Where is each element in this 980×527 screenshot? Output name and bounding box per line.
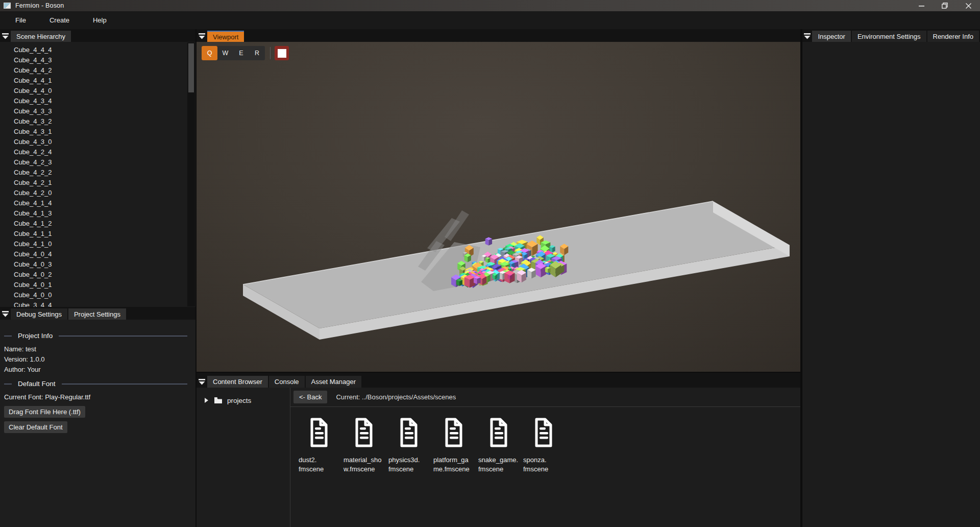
hierarchy-item[interactable]: Cube_4_2_4	[14, 147, 195, 157]
scene-file-label: platform_ga me.fmscene	[432, 456, 475, 474]
collapse-arrow-icon	[199, 379, 205, 385]
hierarchy-item[interactable]: Cube_4_2_2	[14, 167, 195, 178]
separator-line	[59, 336, 187, 337]
tab-inspector[interactable]: Inspector	[812, 31, 850, 42]
restore-button[interactable]	[933, 0, 957, 11]
hierarchy-item[interactable]: Cube_4_2_0	[14, 188, 195, 198]
separator-line	[62, 384, 187, 385]
scene-file-icon	[444, 418, 464, 447]
scene-file-label: dust2. fmscene	[298, 456, 340, 474]
tab-debug-settings[interactable]: Debug Settings	[11, 308, 67, 320]
viewport-3d-view[interactable]: Q W E R	[197, 42, 800, 372]
scene-file-icon	[533, 418, 554, 447]
menu-help[interactable]: Help	[93, 16, 107, 24]
hierarchy-item[interactable]: Cube_4_4_2	[14, 65, 195, 76]
hierarchy-item[interactable]: Cube_4_3_4	[14, 96, 195, 106]
hierarchy-item[interactable]: Cube_4_0_1	[14, 280, 195, 290]
hierarchy-item[interactable]: Cube_4_3_0	[14, 137, 195, 147]
window-controls	[910, 0, 980, 11]
hierarchy-item[interactable]: Cube_4_4_0	[14, 86, 195, 96]
hierarchy-item[interactable]: Cube_4_3_2	[14, 116, 195, 127]
scene-file-label: sponza. fmscene	[522, 456, 565, 474]
hierarchy-item[interactable]: Cube_4_3_1	[14, 127, 195, 137]
application-window: Fermion - Boson File Create Help	[0, 0, 980, 527]
scene-file[interactable]: physics3d. fmscene	[387, 418, 430, 474]
scrollbar-thumb[interactable]	[188, 43, 194, 92]
tree-item-projects[interactable]: projects	[197, 394, 290, 406]
hierarchy-item[interactable]: Cube_4_2_3	[14, 157, 195, 167]
tool-e-button[interactable]: E	[233, 46, 249, 60]
hierarchy-item[interactable]: Cube_4_1_4	[14, 198, 195, 208]
scene-file[interactable]: dust2. fmscene	[298, 418, 340, 474]
tab-scene-hierarchy[interactable]: Scene Hierarchy	[11, 31, 71, 42]
clear-font-button[interactable]: Clear Default Font	[4, 421, 67, 433]
hierarchy-item[interactable]: Cube_4_4_3	[14, 55, 195, 65]
tool-w-button[interactable]: W	[217, 46, 233, 60]
hierarchy-item[interactable]: Cube_4_1_2	[14, 219, 195, 229]
color-swatch-fill	[278, 49, 286, 58]
hierarchy-item[interactable]: Cube_4_4_4	[14, 45, 195, 55]
hierarchy-item[interactable]: Cube_4_3_3	[14, 106, 195, 116]
tool-q-button[interactable]: Q	[202, 46, 217, 60]
scene-file[interactable]: platform_ga me.fmscene	[432, 418, 475, 474]
hierarchy-item[interactable]: Cube_3_4_4	[14, 300, 195, 307]
minimize-icon	[919, 3, 924, 9]
collapse-button[interactable]	[0, 31, 11, 42]
back-button[interactable]: <- Back	[293, 391, 327, 403]
tab-environment-settings[interactable]: Environment Settings	[852, 31, 926, 42]
transform-tool-group: Q W E R	[202, 46, 265, 60]
project-version: Version: 1.0.0	[4, 354, 191, 365]
tool-r-button[interactable]: R	[249, 46, 265, 60]
tab-renderer-info[interactable]: Renderer Info	[927, 31, 979, 42]
viewport-panel: Viewport Q W E R	[197, 29, 800, 372]
scene-file-icon	[309, 418, 329, 447]
menu-file[interactable]: File	[15, 16, 26, 24]
color-swatch-button[interactable]	[275, 46, 289, 60]
separator-dash	[4, 384, 12, 385]
content-browser-panel: Content Browser Console Asset Manager pr…	[197, 373, 800, 527]
close-button[interactable]	[957, 0, 980, 11]
scene-file[interactable]: material_sho w.fmscene	[342, 418, 385, 474]
scene-file-icon	[488, 418, 509, 447]
content-tabbar: Content Browser Console Asset Manager	[197, 373, 800, 388]
scene-file[interactable]: snake_game. fmscene	[477, 418, 520, 474]
hierarchy-item[interactable]: Cube_4_0_0	[14, 290, 195, 300]
viewport-tabbar: Viewport	[197, 29, 800, 42]
inspector-panel: Inspector Environment Settings Renderer …	[802, 29, 980, 527]
tree-expand-arrow-icon[interactable]	[205, 398, 208, 403]
hierarchy-item[interactable]: Cube_4_1_0	[14, 239, 195, 249]
hierarchy-item[interactable]: Cube_4_1_3	[14, 208, 195, 219]
hierarchy-item[interactable]: Cube_4_0_2	[14, 270, 195, 280]
collapse-arrow-icon	[2, 311, 9, 317]
viewport-toolbar: Q W E R	[202, 46, 289, 60]
scene-file-label: material_sho w.fmscene	[342, 456, 385, 474]
collapse-button[interactable]	[197, 31, 207, 42]
tab-project-settings[interactable]: Project Settings	[68, 308, 126, 320]
scene-file[interactable]: sponza. fmscene	[522, 418, 565, 474]
drag-font-button[interactable]: Drag Font File Here (.ttf)	[4, 406, 85, 418]
hierarchy-scrollbar[interactable]	[187, 42, 195, 306]
title-bar: Fermion - Boson	[0, 0, 980, 11]
collapse-button[interactable]	[802, 31, 812, 42]
section-project-info: Project Info	[4, 332, 191, 340]
collapse-button[interactable]	[197, 376, 207, 388]
tab-console[interactable]: Console	[269, 376, 305, 388]
tab-asset-manager[interactable]: Asset Manager	[306, 376, 361, 388]
tab-content-browser[interactable]: Content Browser	[207, 376, 268, 388]
file-browser: <- Back Current: ../Boson/projects/Asset…	[290, 388, 800, 527]
hierarchy-item[interactable]: Cube_4_4_1	[14, 76, 195, 86]
current-font: Current Font: Play-Regular.ttf	[4, 392, 191, 402]
window-title: Fermion - Boson	[15, 2, 64, 9]
file-grid: dust2. fmscenematerial_sho w.fmscenephys…	[290, 407, 800, 474]
minimize-button[interactable]	[910, 0, 933, 11]
inspector-tabbar: Inspector Environment Settings Renderer …	[802, 29, 980, 42]
collapse-button[interactable]	[0, 308, 11, 320]
hierarchy-item[interactable]: Cube_4_2_1	[14, 178, 195, 188]
project-author: Author: Your	[4, 365, 191, 375]
hierarchy-item[interactable]: Cube_4_0_4	[14, 249, 195, 259]
hierarchy-item[interactable]: Cube_4_0_3	[14, 259, 195, 270]
separator-dash	[4, 336, 12, 337]
hierarchy-item[interactable]: Cube_4_1_1	[14, 229, 195, 239]
tab-viewport[interactable]: Viewport	[207, 31, 244, 42]
menu-create[interactable]: Create	[50, 16, 69, 24]
